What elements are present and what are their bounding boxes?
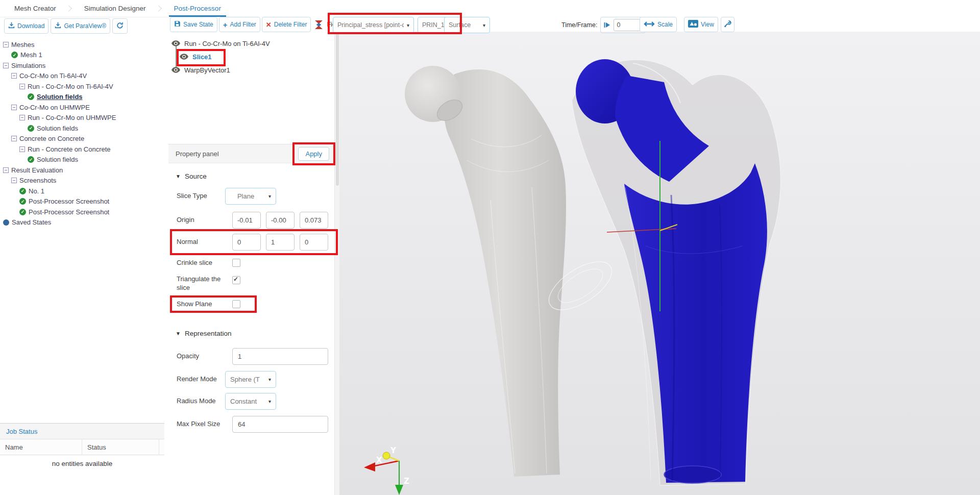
tree-item[interactable]: Post-Processor Screenshot	[0, 207, 164, 217]
slice-type-dropdown[interactable]: Plane ▾	[225, 188, 276, 205]
tree-item[interactable]: Mesh 1	[0, 50, 164, 61]
tree-item[interactable]: No. 1	[0, 186, 164, 196]
triangulate-checkbox[interactable]	[232, 276, 240, 284]
tree-item[interactable]: Solution fields	[0, 123, 164, 134]
tree-item[interactable]: Co-Cr-Mo on UHMWPE	[0, 102, 164, 113]
tree-item[interactable]: Saved States	[0, 217, 164, 228]
tree-item[interactable]: Post-Processor Screenshot	[0, 196, 164, 207]
tree-item-icon	[11, 178, 17, 183]
get-paraview-button[interactable]: Get ParaView®	[51, 18, 110, 34]
tree-item-label: Run - Co-Cr-Mo on UHMWPE	[28, 114, 116, 121]
tree-item[interactable]: Solution fields	[0, 92, 164, 103]
view-label: View	[701, 21, 714, 28]
tree-item[interactable]: Solution fields	[0, 155, 164, 165]
app-tab[interactable]: Post-Processor	[167, 0, 228, 17]
scale-button[interactable]: Scale	[640, 17, 677, 32]
scale-label: Scale	[657, 21, 673, 28]
origin-x-input[interactable]	[232, 212, 261, 229]
tree-item[interactable]: Screenshots	[0, 176, 164, 186]
representation-dropdown[interactable]: Surface ▾	[444, 17, 490, 33]
pipeline-item-label: Slice1	[192, 53, 212, 61]
opacity-input[interactable]	[232, 348, 328, 365]
filter-legend-icon[interactable]	[315, 20, 323, 29]
tree-item-icon	[11, 136, 17, 141]
chevron-down-icon: ▾	[480, 22, 485, 28]
field-dropdown[interactable]: Principal_stress [point-data] ▾	[333, 17, 414, 33]
property-panel-body: ▼ Source Slice Type Plane ▾ Origin Norma…	[168, 171, 334, 433]
download-icon	[55, 22, 61, 30]
tree-item-label: Post-Processor Screenshot	[29, 197, 109, 205]
apply-button[interactable]: Apply	[298, 147, 329, 161]
crinkle-slice-checkbox[interactable]	[232, 259, 240, 267]
time-frame-group: Time/Frame:	[561, 17, 646, 33]
view-button[interactable]: View	[684, 17, 718, 32]
render-viewport[interactable]: X Y Z	[339, 32, 980, 495]
femur-model-render: X Y Z	[339, 32, 980, 495]
app-tab-bar: Mesh Creator Simulation Designer Post-Pr…	[0, 0, 980, 17]
delete-filter-button[interactable]: ✕ Delete Filter	[262, 17, 311, 32]
property-panel-header: Property panel Apply	[168, 144, 334, 163]
tree-item-icon	[19, 198, 26, 205]
tree-item[interactable]: Run - Co-Cr-Mo on Ti-6Al-4V	[0, 81, 164, 92]
add-filter-button[interactable]: + Add Filter	[219, 17, 260, 32]
normal-y-input[interactable]	[266, 234, 295, 251]
radius-mode-dropdown[interactable]: Constant ▾	[225, 393, 276, 410]
normal-row: Normal	[168, 234, 334, 251]
collapse-triangle-icon: ▼	[176, 174, 181, 179]
tree-item[interactable]: Meshes	[0, 39, 164, 50]
left-toolbar: Download Get ParaView®	[0, 17, 164, 37]
plus-icon: +	[223, 20, 228, 29]
tree-item-label: Co-Cr-Mo on Ti-6Al-4V	[19, 72, 87, 80]
pipeline-item[interactable]: Slice1	[168, 50, 334, 63]
origin-y-input[interactable]	[266, 212, 295, 229]
download-button[interactable]: Download	[4, 18, 48, 34]
tree-item[interactable]: Result Evaluation	[0, 165, 164, 176]
tree-item-label: Solution fields	[37, 93, 83, 101]
chevron-down-icon: ▾	[268, 399, 271, 404]
app-tab[interactable]: Mesh Creator	[7, 0, 77, 17]
play-icon[interactable]	[604, 22, 610, 28]
pipeline-and-properties-panel: Run - Co-Cr-Mo on Ti-6Al-4V Slice1 WarpB…	[168, 32, 334, 495]
tab-label: Mesh Creator	[9, 0, 61, 17]
render-mode-dropdown[interactable]: Sphere (T ▾	[225, 371, 276, 388]
delete-filter-label: Delete Filter	[274, 21, 307, 28]
visibility-eye-icon[interactable]	[180, 54, 188, 60]
app-tab[interactable]: Simulation Designer	[77, 0, 167, 17]
max-pixel-size-input[interactable]	[232, 416, 328, 433]
tree-item[interactable]: Concrete on Concrete	[0, 134, 164, 144]
tree-item-label: Co-Cr-Mo on UHMWPE	[19, 104, 90, 111]
axis-y-label: Y	[390, 446, 397, 455]
pipeline-item[interactable]: WarpByVector1	[168, 63, 334, 77]
tree-item[interactable]: Simulations	[0, 60, 164, 71]
save-state-button[interactable]: Save State	[170, 17, 217, 32]
origin-z-input[interactable]	[300, 212, 328, 229]
tree-item[interactable]: Co-Cr-Mo on Ti-6Al-4V	[0, 71, 164, 82]
tree-item-label: No. 1	[29, 187, 44, 195]
pipeline-item-label: WarpByVector1	[184, 66, 230, 74]
representation-section-header[interactable]: ▼ Representation	[168, 329, 334, 338]
pipeline-tree: Run - Co-Cr-Mo on Ti-6Al-4V Slice1 WarpB…	[168, 32, 334, 144]
tree-item-icon	[19, 188, 26, 194]
time-frame-input[interactable]	[614, 19, 642, 31]
show-plane-checkbox[interactable]	[232, 300, 240, 308]
refresh-button[interactable]	[112, 18, 128, 34]
download-icon	[8, 22, 15, 30]
panel-splitter[interactable]	[164, 17, 168, 495]
tree-item-label: Run - Co-Cr-Mo on Ti-6Al-4V	[28, 83, 113, 90]
tree-item[interactable]: Run - Co-Cr-Mo on UHMWPE	[0, 113, 164, 123]
pipeline-item[interactable]: Run - Co-Cr-Mo on Ti-6Al-4V	[168, 37, 334, 50]
tree-item[interactable]: Run - Concrete on Concrete	[0, 144, 164, 155]
opacity-label: Opacity	[177, 352, 225, 360]
job-status-title: Job Status	[0, 424, 164, 439]
source-section-header[interactable]: ▼ Source	[168, 171, 334, 181]
job-status-panel: Job Status Name Status no entities avail…	[0, 423, 164, 495]
refresh-icon	[116, 22, 124, 31]
delete-x-icon: ✕	[266, 21, 272, 29]
normal-x-input[interactable]	[232, 234, 261, 251]
slice-type-value: Plane	[237, 192, 254, 200]
normal-z-input[interactable]	[300, 234, 328, 251]
visibility-eye-icon[interactable]	[172, 40, 180, 46]
tools-button[interactable]	[721, 17, 734, 32]
visibility-eye-icon[interactable]	[172, 67, 180, 73]
slice-type-label: Slice Type	[177, 192, 225, 200]
